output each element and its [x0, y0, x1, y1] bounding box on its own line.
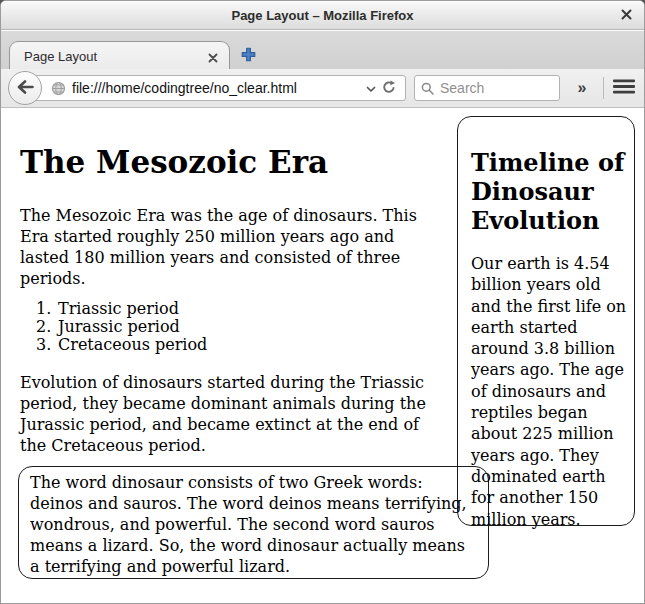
url-bar[interactable]	[26, 75, 406, 101]
list-item: 3. Cretaceous period	[36, 336, 207, 354]
hamburger-icon	[613, 79, 635, 97]
timeline-heading: Timeline of Dinosaur Evolution	[471, 148, 626, 235]
search-bar[interactable]	[414, 75, 560, 101]
periods-list: 1. Triassic period 2. Jurassic period 3.…	[36, 300, 207, 354]
timeline-text: Our earth is 4.54 billion years old and …	[471, 253, 629, 530]
tab-close-button[interactable]	[207, 51, 218, 62]
arrow-left-icon	[17, 80, 34, 97]
list-item-number: 3.	[36, 336, 58, 354]
list-item-label: Triassic period	[58, 300, 179, 318]
intro-paragraph: The Mesozoic Era was the age of dinosaur…	[20, 205, 444, 289]
page-title: The Mesozoic Era	[20, 144, 328, 180]
url-input[interactable]	[72, 80, 363, 96]
window-title: Page Layout – Mozilla Firefox	[1, 1, 644, 30]
plus-icon	[240, 51, 257, 66]
browser-window: Page Layout – Mozilla Firefox Page Layou…	[0, 0, 645, 604]
tab-page-layout[interactable]: Page Layout	[9, 41, 230, 69]
close-icon	[620, 8, 633, 24]
reload-icon	[382, 80, 396, 97]
page-content: The Mesozoic Era The Mesozoic Era was th…	[1, 108, 644, 603]
window-close-button[interactable]	[617, 8, 635, 24]
etymology-box: The word dinosaur consists of two Greek …	[18, 466, 489, 579]
menu-button[interactable]	[610, 75, 638, 101]
list-item-label: Cretaceous period	[58, 336, 207, 354]
navigation-toolbar: »	[1, 69, 644, 108]
list-item-label: Jurassic period	[58, 318, 180, 336]
etymology-text: The word dinosaur consists of two Greek …	[30, 473, 467, 576]
list-item-number: 1.	[36, 300, 58, 318]
tab-title: Page Layout	[24, 49, 97, 64]
url-dropdown-button[interactable]	[363, 81, 379, 96]
search-input[interactable]	[440, 80, 553, 96]
back-button[interactable]	[8, 71, 42, 105]
overflow-button[interactable]: »	[568, 75, 596, 101]
evolution-paragraph: Evolution of dinosaurs started during th…	[20, 372, 450, 456]
close-icon	[208, 51, 218, 66]
reload-button[interactable]	[379, 80, 399, 97]
list-item-number: 2.	[36, 318, 58, 336]
chevron-down-icon	[366, 81, 376, 96]
globe-icon	[51, 81, 66, 96]
timeline-sidebar-box: Timeline of Dinosaur Evolution Our earth…	[457, 116, 635, 526]
tab-strip: Page Layout	[1, 31, 644, 69]
titlebar: Page Layout – Mozilla Firefox	[1, 1, 644, 30]
search-icon	[421, 82, 434, 95]
toolbar-separator	[603, 77, 604, 99]
list-item: 1. Triassic period	[36, 300, 207, 318]
new-tab-button[interactable]	[239, 46, 257, 64]
list-item: 2. Jurassic period	[36, 318, 207, 336]
